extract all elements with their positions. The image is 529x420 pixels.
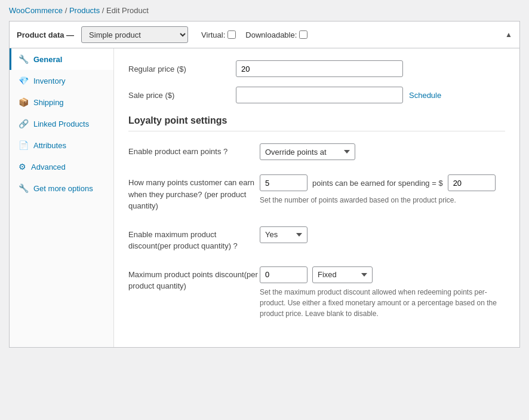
sidebar-item-linked-products[interactable]: 🔗 Linked Products <box>10 113 113 134</box>
discount-type-select[interactable]: Fixed Percentage <box>312 266 373 283</box>
schedule-link[interactable]: Schedule <box>409 91 441 100</box>
sidebar-item-shipping[interactable]: 📦 Shipping <box>10 91 113 113</box>
breadcrumb: WooCommerce / Products / Edit Product <box>0 0 529 21</box>
max-discount-field: Yes No <box>260 226 505 243</box>
product-data-box: Product data — Simple product Variable p… <box>9 21 520 348</box>
max-points-discount-field: Fixed Percentage Set the maximum product… <box>260 266 505 319</box>
sale-price-input[interactable] <box>236 87 403 103</box>
shipping-icon: 📦 <box>19 97 29 107</box>
virtual-checkbox[interactable] <box>227 30 236 39</box>
regular-price-label: Regular price ($) <box>128 65 236 73</box>
points-help-text: Set the number of points awarded based o… <box>260 195 505 206</box>
max-points-discount-row: Maximum product points discount(per prod… <box>128 266 505 319</box>
sale-price-row: Sale price ($) Schedule <box>128 87 505 103</box>
breadcrumb-products[interactable]: Products <box>69 6 100 15</box>
sidebar-label-shipping: Shipping <box>33 98 64 107</box>
max-discount-row: Enable maximum product discount(per prod… <box>128 226 505 252</box>
earn-points-label: Enable product earn points ? <box>128 143 260 158</box>
max-discount-help-text: Set the maximum product discount allowed… <box>260 287 505 319</box>
more-options-icon: 🔧 <box>19 183 29 193</box>
attributes-icon: 📄 <box>19 140 29 150</box>
product-data-header: Product data — Simple product Variable p… <box>10 22 519 48</box>
points-earn-text: points can be earned for spending = $ <box>312 179 443 188</box>
sale-price-label: Sale price ($) <box>128 91 236 100</box>
max-points-discount-label: Maximum product points discount(per prod… <box>128 266 260 292</box>
max-discount-label: Enable maximum product discount(per prod… <box>128 226 260 252</box>
breadcrumb-current: Edit Product <box>106 6 149 15</box>
loyalty-heading: Loyalty point settings <box>128 115 505 131</box>
downloadable-option[interactable]: Downloadable: <box>245 30 307 39</box>
earn-points-row: Enable product earn points ? Override po… <box>128 143 505 160</box>
sidebar: 🔧 General 💎 Inventory 📦 Shipping 🔗 Linke… <box>10 48 114 347</box>
sidebar-label-advanced: Advanced <box>31 163 66 171</box>
how-many-points-row: How many points customer can earn when t… <box>128 174 505 212</box>
downloadable-checkbox[interactable] <box>299 30 307 39</box>
sidebar-label-attributes: Attributes <box>33 141 66 150</box>
virtual-option[interactable]: Virtual: <box>201 30 236 39</box>
downloadable-label: Downloadable: <box>245 30 297 39</box>
how-many-points-label: How many points customer can earn when t… <box>128 174 260 212</box>
sidebar-item-get-more-options[interactable]: 🔧 Get more options <box>10 177 113 199</box>
max-discount-select[interactable]: Yes No <box>260 226 307 243</box>
earn-points-select[interactable]: Override points at Disabled Use default <box>260 143 355 160</box>
sidebar-item-inventory[interactable]: 💎 Inventory <box>10 70 113 91</box>
sidebar-item-attributes[interactable]: 📄 Attributes <box>10 134 113 156</box>
sidebar-label-general: General <box>33 55 62 64</box>
link-icon: 🔗 <box>19 119 29 128</box>
virtual-label: Virtual: <box>201 30 225 39</box>
regular-price-row: Regular price ($) <box>128 60 505 77</box>
earning-row: points can be earned for spending = $ <box>260 174 505 191</box>
product-data-body: 🔧 General 💎 Inventory 📦 Shipping 🔗 Linke… <box>10 48 519 347</box>
spending-input[interactable] <box>448 174 496 191</box>
earn-points-field: Override points at Disabled Use default <box>260 143 505 160</box>
product-data-title: Product data — <box>17 30 74 39</box>
how-many-points-field: points can be earned for spending = $ Se… <box>260 174 505 206</box>
sidebar-item-general[interactable]: 🔧 General <box>10 48 113 70</box>
main-content: Regular price ($) Sale price ($) Schedul… <box>114 48 519 347</box>
header-options: Virtual: Downloadable: <box>201 30 307 39</box>
diamond-icon: 💎 <box>19 76 29 85</box>
discount-row: Fixed Percentage <box>260 266 505 283</box>
regular-price-input[interactable] <box>236 60 403 77</box>
gear-icon: ⚙ <box>19 162 26 171</box>
sidebar-label-get-more-options: Get more options <box>33 184 93 193</box>
max-points-value-input[interactable] <box>260 266 307 283</box>
wrench-icon: 🔧 <box>19 54 29 64</box>
sidebar-label-linked-products: Linked Products <box>33 119 89 128</box>
sidebar-label-inventory: Inventory <box>33 76 65 85</box>
sidebar-item-advanced[interactable]: ⚙ Advanced <box>10 156 113 177</box>
points-input[interactable] <box>260 174 307 191</box>
product-type-select[interactable]: Simple product Variable product Grouped … <box>81 26 188 43</box>
collapse-button[interactable]: ▲ <box>505 31 512 38</box>
breadcrumb-woocommerce[interactable]: WooCommerce <box>9 6 63 15</box>
